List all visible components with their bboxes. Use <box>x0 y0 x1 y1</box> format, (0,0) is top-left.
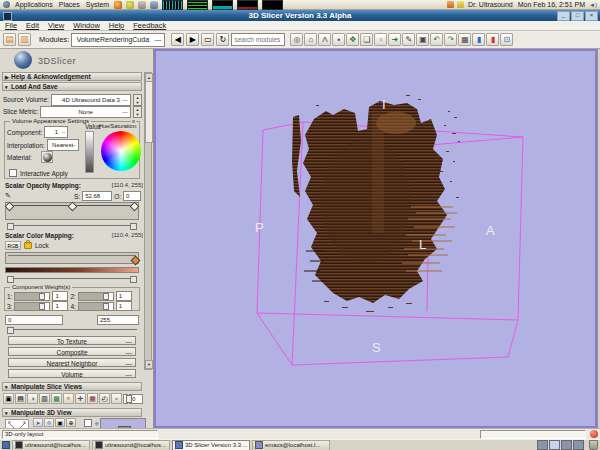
undo-icon[interactable]: ↶ <box>430 33 443 46</box>
workspace-3[interactable] <box>561 440 572 450</box>
orientation-axis-widget[interactable]: P S R L A I <box>5 419 29 428</box>
opacity-node-handle[interactable] <box>68 202 78 212</box>
range-handle[interactable] <box>7 223 14 230</box>
launcher-icon-2[interactable] <box>126 1 134 9</box>
home-module-icon[interactable]: ⌂ <box>304 33 317 46</box>
weight-3-slider[interactable] <box>14 302 50 311</box>
menu-feedback[interactable]: Feedback <box>133 21 166 30</box>
slice-grid-icon[interactable]: ▩ <box>51 393 62 404</box>
minimize-button[interactable]: _ <box>557 11 570 21</box>
menu-help[interactable]: Help <box>109 21 124 30</box>
notes-tray-icon[interactable] <box>457 1 464 8</box>
slice-metric-select[interactable]: None — <box>40 106 131 118</box>
slice-label-icon[interactable]: ▥ <box>39 393 50 404</box>
composite-button[interactable]: Composite— <box>8 347 136 356</box>
transforms-icon[interactable]: ✥ <box>346 33 359 46</box>
gnome-foot-icon[interactable] <box>3 1 10 8</box>
zoom-in-icon[interactable]: ⊕ <box>66 418 76 427</box>
workspace-4[interactable] <box>573 440 584 450</box>
range-handle[interactable] <box>7 276 14 283</box>
opacity-range-slider[interactable] <box>7 223 137 228</box>
screen-capture-icon[interactable]: ⊡ <box>500 33 513 46</box>
point-edit-icon[interactable]: ✎ <box>5 192 11 200</box>
opacity-o-field[interactable]: 0 <box>123 191 141 201</box>
redo-icon[interactable]: ↷ <box>444 33 457 46</box>
scrollbar-thumb[interactable] <box>145 81 153 143</box>
slice-visibility-icon[interactable]: ▣ <box>3 393 14 404</box>
module-selector[interactable]: VolumeRenderingCuda — <box>71 33 165 47</box>
view3d-option-checkbox[interactable] <box>84 419 92 427</box>
slice-opacity-slider[interactable] <box>123 394 128 404</box>
error-log-icon[interactable] <box>590 430 598 438</box>
menu-window[interactable]: Window <box>73 21 100 30</box>
workspace-pager[interactable] <box>537 440 584 450</box>
thermometer-red-icon[interactable]: ▮ <box>486 33 499 46</box>
applications-menu[interactable]: Applications <box>14 1 54 8</box>
slice-metric-spinner[interactable]: ▲▼ <box>133 106 142 118</box>
task-terminal-1[interactable]: ultrasound@localhos... <box>12 440 90 450</box>
look-from-icon[interactable]: ▣ <box>55 418 65 427</box>
range-handle[interactable] <box>7 327 14 334</box>
clock-applet[interactable]: Mon Feb 16, 2:51 PM <box>517 1 586 8</box>
weight-2-field[interactable]: 1 <box>116 291 132 301</box>
launcher-icon-3[interactable] <box>138 1 146 9</box>
help-section-header[interactable]: ▶ Help & Acknowledgement <box>2 72 142 81</box>
opacity-s-field[interactable]: 52.68 <box>82 191 112 201</box>
color-range-slider[interactable] <box>7 276 137 281</box>
source-volume-spinner[interactable]: ▲▼ <box>133 94 142 106</box>
source-volume-select[interactable]: 4D Ultrasound Data 3 — <box>51 94 131 106</box>
delete-icon[interactable]: ▫ <box>374 33 387 46</box>
system-menu[interactable]: System <box>85 1 110 8</box>
slice-rotate-icon[interactable]: ◴ <box>99 393 110 404</box>
color-node-handle[interactable] <box>131 256 141 266</box>
task-terminal-2[interactable]: ultrasound@localhos... <box>92 440 170 450</box>
maximize-button[interactable]: □ <box>571 11 584 21</box>
color-function-editor[interactable] <box>5 252 139 264</box>
nearest-neighbor-button[interactable]: Nearest Neighbor— <box>8 358 136 367</box>
window-titlebar[interactable]: 3D Slicer Version 3.3 Alpha _ □ × <box>0 10 600 21</box>
axes-visibility-icon[interactable]: ❖ <box>94 420 99 427</box>
opacity-function-editor[interactable] <box>5 202 139 220</box>
pan-icon[interactable]: ➤ <box>33 418 43 427</box>
weight-2-slider[interactable] <box>78 292 114 301</box>
slice-crosshair-icon[interactable]: ✛ <box>75 393 86 404</box>
thermometer-blue-icon[interactable]: ▮ <box>472 33 485 46</box>
opacity-node-handle[interactable] <box>5 202 15 212</box>
volumes-icon[interactable]: ▪ <box>332 33 345 46</box>
threshold-slider[interactable] <box>7 327 137 332</box>
user-menu[interactable]: Dr. Ultrasound <box>467 1 514 8</box>
cpu-monitor-applet[interactable] <box>162 0 183 10</box>
edit-icon[interactable]: ✎ <box>402 33 415 46</box>
workspace-1[interactable] <box>537 440 548 450</box>
update-tray-icon[interactable] <box>447 1 454 8</box>
range-handle[interactable] <box>130 276 137 283</box>
trash-icon[interactable] <box>589 440 598 450</box>
display-icon[interactable]: ▣ <box>416 33 429 46</box>
weight-1-field[interactable]: 1 <box>52 291 68 301</box>
hue-saturation-wheel[interactable] <box>101 131 141 171</box>
module-forward-button[interactable]: ▶ <box>186 33 199 46</box>
layout-button[interactable]: ▭ <box>201 33 214 46</box>
volume-rendering[interactable] <box>292 95 460 312</box>
volume-speaker-icon[interactable]: ◄) <box>589 2 597 8</box>
component-select[interactable]: 1 – <box>44 126 68 138</box>
reload-module-button[interactable]: ↻ <box>216 33 229 46</box>
value-gradient-bar[interactable] <box>85 131 94 173</box>
weight-1-slider[interactable] <box>14 292 50 301</box>
layout-preview[interactable] <box>100 418 146 428</box>
task-slicer[interactable]: 3D Slicer Version 3.3 ... <box>172 440 250 450</box>
view3d-canvas[interactable]: I P L A S <box>154 49 597 428</box>
window-list-icon[interactable] <box>2 441 10 449</box>
menu-file[interactable]: File <box>5 21 17 30</box>
to-texture-button[interactable]: To Texture— <box>8 336 136 345</box>
task-emacs[interactable]: emacs@localhost.l... <box>252 440 330 450</box>
material-button[interactable] <box>41 151 53 163</box>
weight-4-slider[interactable] <box>78 302 114 311</box>
browser-launcher-icon[interactable] <box>114 1 122 9</box>
slice-layout-icon[interactable]: ▤ <box>15 393 26 404</box>
swap-monitor-applet[interactable] <box>262 0 283 10</box>
slice-fit-icon[interactable]: ▫ <box>111 393 122 404</box>
weight-3-field[interactable]: 1 <box>52 301 68 311</box>
measurements-icon[interactable]: Λ <box>318 33 331 46</box>
spin-icon[interactable]: ✥ <box>44 418 54 427</box>
